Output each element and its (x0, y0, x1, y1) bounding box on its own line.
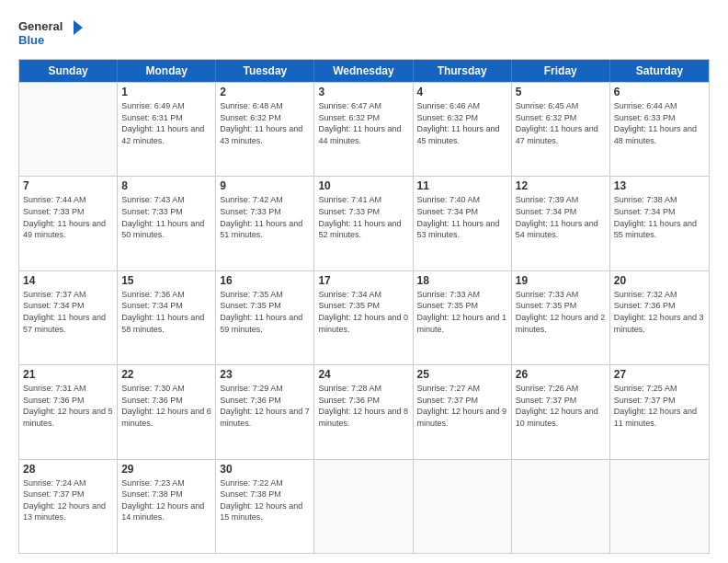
day-info: Sunrise: 6:44 AM Sunset: 6:33 PM Dayligh… (614, 100, 705, 146)
weekday-header: Friday (512, 60, 610, 82)
day-number: 2 (220, 86, 310, 98)
calendar-cell: 12Sunrise: 7:39 AM Sunset: 7:34 PM Dayli… (512, 177, 610, 270)
day-number: 25 (417, 368, 507, 381)
day-info: Sunrise: 7:36 AM Sunset: 7:34 PM Dayligh… (121, 289, 211, 335)
day-info: Sunrise: 7:32 AM Sunset: 7:36 PM Dayligh… (614, 289, 705, 335)
day-number: 24 (318, 368, 408, 381)
day-number: 28 (23, 463, 113, 476)
day-info: Sunrise: 7:24 AM Sunset: 7:37 PM Dayligh… (23, 477, 113, 523)
calendar-cell: 5Sunrise: 6:45 AM Sunset: 6:32 PM Daylig… (512, 83, 610, 176)
day-number: 15 (121, 274, 211, 287)
calendar-row: 28Sunrise: 7:24 AM Sunset: 7:37 PM Dayli… (19, 459, 709, 553)
day-info: Sunrise: 6:45 AM Sunset: 6:32 PM Dayligh… (516, 100, 606, 146)
day-number: 1 (121, 86, 211, 98)
day-info: Sunrise: 7:34 AM Sunset: 7:35 PM Dayligh… (318, 289, 408, 335)
day-number: 5 (516, 86, 606, 98)
weekday-header: Saturday (610, 60, 709, 82)
day-number: 23 (220, 368, 310, 381)
calendar-cell: 16Sunrise: 7:35 AM Sunset: 7:35 PM Dayli… (216, 271, 314, 364)
calendar-cell: 21Sunrise: 7:31 AM Sunset: 7:36 PM Dayli… (19, 365, 118, 458)
day-number: 21 (23, 368, 113, 381)
day-info: Sunrise: 7:44 AM Sunset: 7:33 PM Dayligh… (23, 194, 113, 240)
day-info: Sunrise: 7:22 AM Sunset: 7:38 PM Dayligh… (220, 477, 310, 523)
day-number: 6 (614, 86, 705, 98)
day-info: Sunrise: 7:37 AM Sunset: 7:34 PM Dayligh… (23, 289, 113, 335)
day-info: Sunrise: 7:41 AM Sunset: 7:33 PM Dayligh… (318, 194, 408, 240)
day-info: Sunrise: 7:43 AM Sunset: 7:33 PM Dayligh… (121, 194, 211, 240)
calendar-body: 1Sunrise: 6:49 AM Sunset: 6:31 PM Daylig… (19, 82, 709, 553)
calendar-cell: 29Sunrise: 7:23 AM Sunset: 7:38 PM Dayli… (118, 460, 216, 553)
day-number: 11 (417, 179, 507, 192)
weekday-header: Monday (118, 60, 216, 82)
calendar-cell: 9Sunrise: 7:42 AM Sunset: 7:33 PM Daylig… (216, 177, 314, 270)
weekday-header: Sunday (19, 60, 118, 82)
day-number: 10 (318, 179, 408, 192)
calendar-cell: 10Sunrise: 7:41 AM Sunset: 7:33 PM Dayli… (314, 177, 413, 270)
weekday-header: Thursday (414, 60, 512, 82)
day-number: 26 (516, 368, 606, 381)
calendar-cell: 7Sunrise: 7:44 AM Sunset: 7:33 PM Daylig… (19, 177, 118, 270)
day-info: Sunrise: 7:28 AM Sunset: 7:36 PM Dayligh… (318, 383, 408, 429)
calendar-cell (610, 460, 709, 553)
calendar-cell: 27Sunrise: 7:25 AM Sunset: 7:37 PM Dayli… (610, 365, 709, 458)
calendar-cell: 8Sunrise: 7:43 AM Sunset: 7:33 PM Daylig… (118, 177, 216, 270)
calendar-row: 1Sunrise: 6:49 AM Sunset: 6:31 PM Daylig… (19, 82, 709, 176)
day-info: Sunrise: 7:26 AM Sunset: 7:37 PM Dayligh… (516, 383, 606, 429)
day-info: Sunrise: 6:48 AM Sunset: 6:32 PM Dayligh… (220, 100, 310, 146)
calendar-cell: 1Sunrise: 6:49 AM Sunset: 6:31 PM Daylig… (118, 83, 216, 176)
calendar: SundayMondayTuesdayWednesdayThursdayFrid… (18, 59, 710, 554)
calendar-cell: 28Sunrise: 7:24 AM Sunset: 7:37 PM Dayli… (19, 460, 118, 553)
day-number: 29 (121, 463, 211, 476)
day-info: Sunrise: 7:33 AM Sunset: 7:35 PM Dayligh… (516, 289, 606, 335)
day-number: 16 (220, 274, 310, 287)
svg-marker-2 (74, 20, 83, 35)
calendar-cell: 11Sunrise: 7:40 AM Sunset: 7:34 PM Dayli… (414, 177, 512, 270)
logo-svg: General Blue (18, 17, 83, 50)
calendar-cell: 19Sunrise: 7:33 AM Sunset: 7:35 PM Dayli… (512, 271, 610, 364)
weekday-header: Tuesday (216, 60, 314, 82)
calendar-cell: 14Sunrise: 7:37 AM Sunset: 7:34 PM Dayli… (19, 271, 118, 364)
calendar-cell: 30Sunrise: 7:22 AM Sunset: 7:38 PM Dayli… (216, 460, 314, 553)
day-number: 3 (318, 86, 408, 98)
day-info: Sunrise: 7:35 AM Sunset: 7:35 PM Dayligh… (220, 289, 310, 335)
header: General Blue (18, 17, 710, 50)
day-info: Sunrise: 7:25 AM Sunset: 7:37 PM Dayligh… (614, 383, 705, 429)
calendar-cell: 23Sunrise: 7:29 AM Sunset: 7:36 PM Dayli… (216, 365, 314, 458)
calendar-cell: 2Sunrise: 6:48 AM Sunset: 6:32 PM Daylig… (216, 83, 314, 176)
svg-text:General: General (18, 19, 63, 33)
calendar-cell: 15Sunrise: 7:36 AM Sunset: 7:34 PM Dayli… (118, 271, 216, 364)
day-number: 14 (23, 274, 113, 287)
day-number: 27 (614, 368, 705, 381)
calendar-header: SundayMondayTuesdayWednesdayThursdayFrid… (19, 60, 709, 82)
day-number: 18 (417, 274, 507, 287)
calendar-cell (512, 460, 610, 553)
day-info: Sunrise: 6:47 AM Sunset: 6:32 PM Dayligh… (318, 100, 408, 146)
day-info: Sunrise: 6:49 AM Sunset: 6:31 PM Dayligh… (121, 100, 211, 146)
day-info: Sunrise: 7:39 AM Sunset: 7:34 PM Dayligh… (516, 194, 606, 240)
day-number: 20 (614, 274, 705, 287)
calendar-cell: 17Sunrise: 7:34 AM Sunset: 7:35 PM Dayli… (314, 271, 413, 364)
day-number: 19 (516, 274, 606, 287)
day-info: Sunrise: 7:29 AM Sunset: 7:36 PM Dayligh… (220, 383, 310, 429)
calendar-row: 7Sunrise: 7:44 AM Sunset: 7:33 PM Daylig… (19, 176, 709, 270)
day-number: 12 (516, 179, 606, 192)
day-info: Sunrise: 7:27 AM Sunset: 7:37 PM Dayligh… (417, 383, 507, 429)
day-number: 9 (220, 179, 310, 192)
weekday-header: Wednesday (314, 60, 413, 82)
calendar-row: 14Sunrise: 7:37 AM Sunset: 7:34 PM Dayli… (19, 270, 709, 364)
calendar-cell: 26Sunrise: 7:26 AM Sunset: 7:37 PM Dayli… (512, 365, 610, 458)
calendar-cell (414, 460, 512, 553)
svg-text:Blue: Blue (18, 33, 44, 47)
calendar-cell: 18Sunrise: 7:33 AM Sunset: 7:35 PM Dayli… (414, 271, 512, 364)
day-number: 30 (220, 463, 310, 476)
calendar-cell: 22Sunrise: 7:30 AM Sunset: 7:36 PM Dayli… (118, 365, 216, 458)
day-info: Sunrise: 7:23 AM Sunset: 7:38 PM Dayligh… (121, 477, 211, 523)
day-info: Sunrise: 7:30 AM Sunset: 7:36 PM Dayligh… (121, 383, 211, 429)
calendar-cell: 25Sunrise: 7:27 AM Sunset: 7:37 PM Dayli… (414, 365, 512, 458)
day-info: Sunrise: 7:42 AM Sunset: 7:33 PM Dayligh… (220, 194, 310, 240)
calendar-row: 21Sunrise: 7:31 AM Sunset: 7:36 PM Dayli… (19, 364, 709, 458)
day-info: Sunrise: 6:46 AM Sunset: 6:32 PM Dayligh… (417, 100, 507, 146)
logo: General Blue (18, 17, 83, 50)
calendar-cell: 13Sunrise: 7:38 AM Sunset: 7:34 PM Dayli… (610, 177, 709, 270)
day-info: Sunrise: 7:31 AM Sunset: 7:36 PM Dayligh… (23, 383, 113, 429)
